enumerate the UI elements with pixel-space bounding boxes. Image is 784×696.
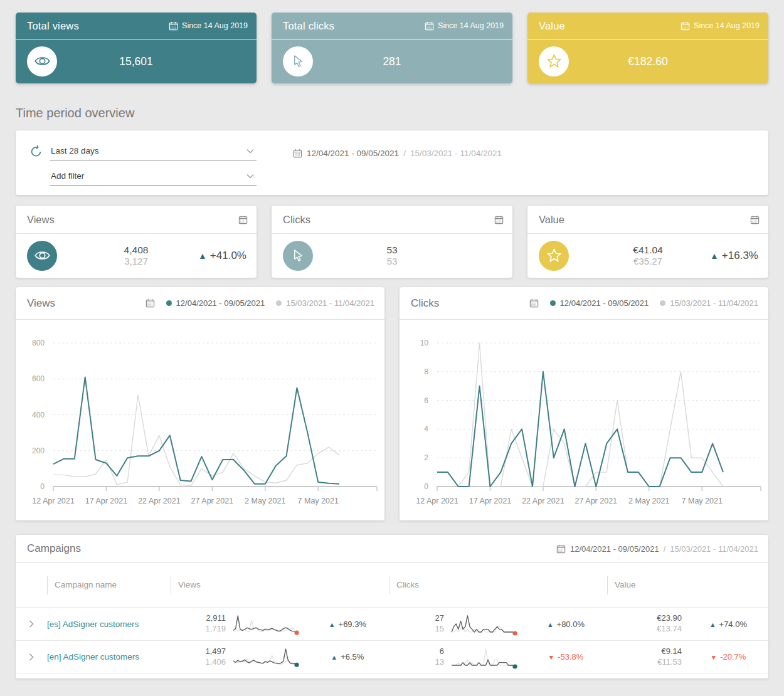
svg-text:17 Apr 2021: 17 Apr 2021 — [469, 497, 511, 505]
legend-dot — [166, 300, 172, 306]
svg-text:22 Apr 2021: 22 Apr 2021 — [522, 497, 564, 505]
legend-previous[interactable]: 15/03/2021 - 11/04/2021 — [276, 298, 374, 308]
campaign-link[interactable]: [es] AdSigner customers — [47, 620, 139, 629]
previous-value: 1,406 — [171, 657, 226, 668]
previous-value: €11.53 — [607, 657, 682, 668]
delta-badge: ▲+16.3% — [710, 250, 758, 262]
views-line-chart: 020040060080012 Apr 202117 Apr 202122 Ap… — [16, 324, 384, 512]
chart-title: Clicks — [411, 297, 439, 310]
since-badge-label: Since 14 Aug 2019 — [438, 21, 504, 30]
value-metric: €9.14 €11.53 ▼-20.7% — [607, 646, 768, 668]
card-title: Total views — [27, 20, 79, 32]
svg-text:8: 8 — [424, 367, 428, 376]
current-value: 1,497 — [171, 646, 226, 657]
card-header: Value Since 14 Aug 2019 — [527, 13, 768, 40]
chevron-down-icon — [246, 171, 254, 181]
delta-badge: ▲+6.5% — [306, 652, 389, 662]
calendar-icon[interactable] — [238, 215, 248, 224]
clicks-metric: 6 13 ▼-53.8% — [389, 645, 607, 670]
calendar-icon — [169, 21, 178, 31]
stat-cards-row: Views 4,408 3,127 ▲+41.0% Clicks 53 — [16, 206, 768, 278]
views-metric: 2,911 1,719 ▲+69.3% — [171, 611, 389, 636]
calendar-icon[interactable] — [146, 298, 155, 308]
clicks-metric: 27 15 ▲+80.0% — [389, 611, 607, 636]
expand-row-icon[interactable] — [16, 653, 47, 661]
chevron-down-icon — [246, 146, 254, 156]
legend-label: 12/04/2021 - 09/05/2021 — [560, 298, 649, 308]
add-filter-select[interactable]: Add filter — [50, 168, 257, 186]
svg-text:2 May 2021: 2 May 2021 — [245, 497, 285, 505]
current-date-range: 12/04/2021 - 09/05/2021 — [307, 149, 399, 158]
views-sparkline — [231, 645, 301, 670]
svg-text:400: 400 — [32, 411, 45, 419]
views-metric: 1,497 1,406 ▲+6.5% — [171, 645, 389, 670]
calendar-icon — [681, 21, 690, 31]
legend-dot — [660, 300, 665, 306]
total-value-card: Value Since 14 Aug 2019 €182.60 — [527, 13, 768, 83]
svg-text:27 Apr 2021: 27 Apr 2021 — [575, 497, 617, 505]
svg-text:0: 0 — [40, 482, 45, 491]
filter-controls: Last 28 days Add filter — [29, 143, 263, 186]
card-value: 15,601 — [16, 55, 257, 68]
refresh-icon[interactable] — [29, 145, 43, 159]
chart-title: Views — [27, 297, 55, 310]
current-value: €9.14 — [607, 646, 682, 657]
current-value: 6 — [389, 646, 444, 657]
svg-text:17 Apr 2021: 17 Apr 2021 — [85, 497, 127, 505]
card-value: €182.60 — [527, 55, 768, 68]
value-metric: €23.90 €13.74 ▲+74.0% — [607, 613, 768, 635]
current-value: 27 — [389, 613, 444, 624]
svg-text:22 Apr 2021: 22 Apr 2021 — [138, 497, 180, 505]
date-range-display[interactable]: 12/04/2021 - 09/05/2021 / 15/03/2021 - 1… — [293, 143, 502, 158]
svg-text:6: 6 — [424, 396, 428, 405]
column-campaign-name[interactable]: Campaign name — [47, 575, 171, 595]
date-range-separator: / — [664, 544, 666, 554]
legend-current[interactable]: 12/04/2021 - 09/05/2021 — [166, 298, 265, 308]
date-range-display[interactable]: 12/04/2021 - 09/05/2021 / 15/03/2021 - 1… — [556, 544, 758, 554]
total-views-card: Total views Since 14 Aug 2019 15,601 — [16, 13, 257, 83]
delta-badge: ▲+74.0% — [688, 620, 768, 629]
column-clicks[interactable]: Clicks — [389, 575, 607, 595]
previous-date-range: 15/03/2021 - 11/04/2021 — [670, 544, 758, 554]
expand-row-icon[interactable] — [16, 620, 47, 628]
calendar-icon[interactable] — [529, 298, 539, 308]
current-value: 53 — [272, 243, 512, 255]
clicks-line-chart: 024681012 Apr 202117 Apr 202122 Apr 2021… — [400, 324, 768, 512]
since-badge-label: Since 14 Aug 2019 — [182, 21, 248, 30]
table-row: [es] AdSigner customers 2,911 1,719 ▲+69… — [16, 607, 768, 640]
filter-panel: Last 28 days Add filter 12/04/2021 - 09/… — [16, 130, 768, 195]
delta-badge: ▲+80.0% — [524, 620, 607, 629]
svg-text:800: 800 — [32, 339, 45, 347]
svg-text:2: 2 — [424, 453, 428, 462]
calendar-icon[interactable] — [750, 215, 760, 224]
previous-value: 1,719 — [171, 624, 226, 635]
period-select[interactable]: Last 28 days — [50, 143, 257, 161]
previous-date-range: 15/03/2021 - 11/04/2021 — [410, 149, 502, 158]
legend-label: 15/03/2021 - 11/04/2021 — [670, 298, 758, 308]
delta-badge: ▼-53.8% — [524, 652, 607, 662]
campaign-link[interactable]: [en] AdSigner customers — [47, 652, 139, 662]
svg-text:200: 200 — [32, 446, 45, 455]
clicks-sparkline — [449, 645, 519, 670]
total-clicks-card: Total clicks Since 14 Aug 2019 281 — [272, 13, 512, 83]
legend-label: 12/04/2021 - 09/05/2021 — [176, 298, 265, 308]
calendar-icon[interactable] — [494, 215, 504, 224]
charts-row: Views 12/04/2021 - 09/05/2021 15/03/2021… — [16, 287, 768, 520]
previous-value: €13.74 — [607, 624, 682, 635]
column-value[interactable]: Value — [607, 575, 768, 595]
since-badge: Since 14 Aug 2019 — [169, 21, 248, 31]
column-views[interactable]: Views — [171, 575, 389, 595]
calendar-icon — [556, 544, 566, 554]
legend-dot — [550, 300, 556, 306]
legend-current[interactable]: 12/04/2021 - 09/05/2021 — [550, 298, 649, 308]
calendar-icon — [293, 149, 302, 158]
svg-text:0: 0 — [424, 482, 428, 491]
card-title: Total clicks — [283, 20, 334, 32]
table-row: [en] AdSigner customers 1,497 1,406 ▲+6.… — [16, 640, 768, 673]
campaigns-panel: Campaigns 12/04/2021 - 09/05/2021 / 15/0… — [16, 535, 768, 678]
card-header: Total clicks Since 14 Aug 2019 — [272, 13, 512, 40]
stat-card-title: Value — [539, 214, 564, 226]
legend-previous[interactable]: 15/03/2021 - 11/04/2021 — [660, 298, 758, 308]
table-header: Campaign name Views Clicks Value — [16, 563, 768, 607]
stat-card-title: Views — [27, 214, 55, 226]
